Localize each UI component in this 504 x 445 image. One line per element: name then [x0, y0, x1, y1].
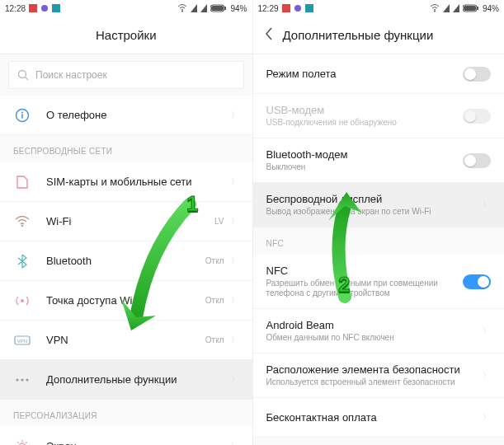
- personalization-section-title: ПЕРСОНАЛИЗАЦИЯ: [0, 400, 252, 427]
- svg-point-18: [26, 378, 28, 381]
- contactless-payment-row[interactable]: Бесконтактная оплата 〉: [253, 398, 505, 438]
- bluetooth-modem-toggle[interactable]: [463, 153, 491, 168]
- additional-functions-label: Дополнительные функции: [46, 373, 231, 386]
- status-time: 12:29: [258, 4, 279, 13]
- chevron-right-icon: 〉: [231, 374, 239, 386]
- hotspot-row[interactable]: Точка доступа Wi-Fi Откл〉: [0, 281, 252, 321]
- search-input[interactable]: Поиск настроек: [8, 61, 244, 89]
- signal-icon: [191, 4, 197, 12]
- additional-functions-row[interactable]: Дополнительные функции 〉: [0, 360, 252, 400]
- hotspot-label: Точка доступа Wi-Fi: [46, 294, 205, 307]
- chevron-right-icon: 〉: [231, 176, 239, 188]
- usb-modem-label: USB-модем: [266, 104, 464, 116]
- additional-functions-header: Дополнительные функции: [253, 16, 505, 54]
- security-element-label: Расположение элемента безопасности: [266, 363, 483, 376]
- wireless-display-row[interactable]: Беспроводной дисплей Вывод изображения н…: [253, 183, 505, 227]
- svg-point-3: [181, 11, 183, 12]
- search-icon: [17, 69, 29, 81]
- back-button[interactable]: [265, 27, 273, 43]
- chevron-right-icon: 〉: [231, 441, 239, 446]
- about-phone-row[interactable]: О телефоне 〉: [0, 96, 252, 135]
- vpn-label: VPN: [46, 334, 205, 346]
- chevron-right-icon: 〉: [483, 199, 491, 211]
- contactless-payment-label: Бесконтактная оплата: [266, 411, 483, 424]
- wifi-icon: [430, 4, 440, 12]
- usb-modem-sub: USB-подключения не обнаружено: [266, 118, 464, 128]
- page-title: Настройки: [96, 28, 157, 42]
- airplane-row[interactable]: Режим полета: [253, 54, 505, 94]
- svg-rect-0: [29, 4, 37, 12]
- chevron-right-icon: 〉: [231, 255, 239, 267]
- svg-line-24: [17, 442, 18, 443]
- status-battery: 94%: [230, 4, 247, 13]
- page-title: Дополнительные функции: [283, 28, 434, 42]
- chevron-right-icon: 〉: [483, 370, 491, 382]
- svg-line-8: [26, 77, 29, 81]
- svg-rect-11: [21, 114, 23, 118]
- svg-point-12: [21, 224, 23, 226]
- app-icon: [29, 4, 37, 12]
- app-icon: [294, 4, 302, 12]
- more-icon: [13, 377, 31, 382]
- security-element-row[interactable]: Расположение элемента безопасности Испол…: [253, 354, 505, 398]
- status-time: 12:28: [5, 4, 26, 13]
- android-beam-label: Android Beam: [266, 319, 483, 331]
- bluetooth-label: Bluetooth: [46, 255, 205, 267]
- usb-modem-row: USB-модем USB-подключения не обнаружено: [253, 94, 505, 138]
- sim-icon: [13, 175, 31, 190]
- nfc-row[interactable]: NFC Разрешить обмен данными при совмещен…: [253, 255, 505, 309]
- nfc-label: NFC: [266, 265, 464, 277]
- svg-text:VPN: VPN: [17, 338, 27, 343]
- svg-point-1: [41, 5, 48, 12]
- svg-rect-2: [52, 4, 60, 12]
- additional-scroll[interactable]: Режим полета USB-модем USB-подключения н…: [253, 54, 505, 445]
- svg-point-10: [21, 111, 23, 113]
- battery-icon: [463, 4, 479, 12]
- bluetooth-row[interactable]: Bluetooth Откл〉: [0, 241, 252, 281]
- bluetooth-modem-row[interactable]: Bluetooth-модем Выключен: [253, 138, 505, 183]
- nfc-sub: Разрешить обмен данными при совмещении т…: [266, 279, 464, 298]
- bluetooth-value: Откл: [205, 256, 224, 265]
- wireless-display-sub: Вывод изображения на экран по сети Wi-Fi: [266, 207, 483, 217]
- android-beam-row[interactable]: Android Beam Обмен данными по NFC включе…: [253, 309, 505, 354]
- chevron-right-icon: 〉: [483, 412, 491, 424]
- vpn-row[interactable]: VPN VPN Откл〉: [0, 321, 252, 360]
- signal-icon: [443, 4, 450, 12]
- bluetooth-icon: [13, 254, 31, 269]
- app-icon: [52, 4, 60, 12]
- nfc-section-title: NFC: [253, 227, 505, 255]
- sim-row[interactable]: SIM-карты и мобильные сети 〉: [0, 162, 252, 202]
- app-icon: [40, 4, 49, 12]
- security-element-sub: Используется встроенный элемент безопасн…: [266, 377, 483, 387]
- status-battery: 94%: [483, 4, 499, 13]
- display-row[interactable]: Экран 〉: [0, 427, 252, 445]
- app-icon: [282, 4, 290, 12]
- chevron-right-icon: 〉: [231, 335, 239, 346]
- svg-point-17: [21, 378, 23, 381]
- vpn-value: Откл: [205, 335, 224, 344]
- chevron-right-icon: 〉: [231, 295, 239, 307]
- settings-scroll[interactable]: Поиск настроек О телефоне 〉 БЕСПРОВОДНЫЕ…: [0, 54, 252, 445]
- hotspot-value: Откл: [205, 296, 224, 305]
- airplane-toggle[interactable]: [463, 67, 491, 82]
- right-screen: 12:29 94% Дополнительные функции Режим п…: [252, 0, 505, 445]
- chevron-right-icon: 〉: [483, 326, 491, 337]
- svg-rect-31: [305, 4, 313, 12]
- vpn-icon: VPN: [13, 335, 31, 345]
- svg-rect-34: [464, 6, 476, 11]
- svg-point-13: [21, 299, 24, 302]
- wifi-label: Wi-Fi: [46, 215, 214, 227]
- svg-rect-6: [224, 7, 226, 10]
- nfc-toggle[interactable]: [463, 274, 491, 289]
- svg-point-7: [19, 71, 26, 78]
- display-label: Экран: [46, 440, 231, 445]
- bluetooth-modem-sub: Выключен: [266, 162, 464, 172]
- svg-line-27: [26, 442, 26, 443]
- wifi-icon: [13, 216, 31, 227]
- wifi-row[interactable]: Wi-Fi LV〉: [0, 202, 252, 241]
- display-icon: [13, 439, 31, 446]
- bluetooth-modem-label: Bluetooth-модем: [266, 148, 464, 161]
- wifi-icon: [177, 4, 187, 12]
- svg-point-32: [434, 11, 436, 12]
- signal-icon: [200, 4, 207, 12]
